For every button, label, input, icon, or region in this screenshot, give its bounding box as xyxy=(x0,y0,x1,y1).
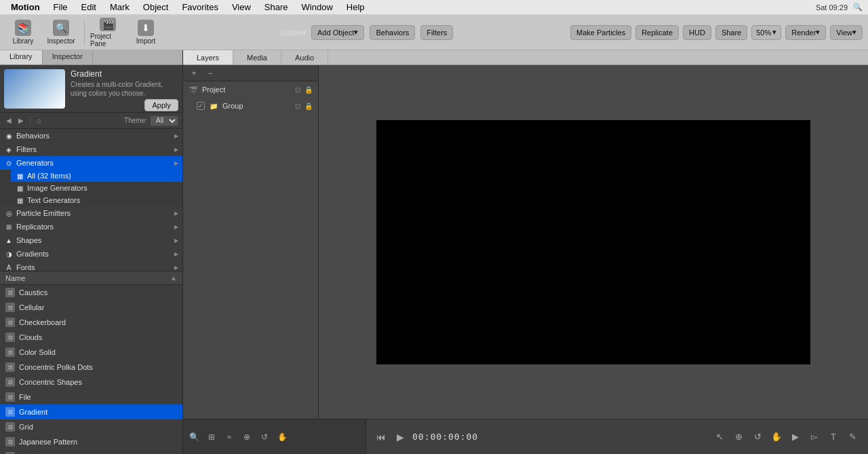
menu-favorites[interactable]: Favorites xyxy=(176,1,223,14)
pan-tool[interactable]: ✋ xyxy=(769,430,784,444)
nav-back[interactable]: ◀ xyxy=(4,116,14,126)
project-icon: 🎬 xyxy=(189,85,198,94)
file-icon: ⊡ xyxy=(5,392,15,402)
list-item-cellular[interactable]: ⊡ Cellular xyxy=(0,300,182,315)
list-item-clouds[interactable]: ⊡ Clouds xyxy=(0,330,182,345)
list-item-japanese-pattern[interactable]: ⊡ Japanese Pattern xyxy=(0,434,182,449)
shapes-label: Shapes xyxy=(16,236,172,244)
crop-tool[interactable]: ↺ xyxy=(750,430,765,444)
tab-inspector[interactable]: Inspector xyxy=(43,50,93,64)
group-action[interactable]: ⊡ xyxy=(295,102,300,110)
select-tool[interactable]: ↖ xyxy=(712,430,727,444)
text-tool[interactable]: T xyxy=(826,430,841,444)
category-replicators[interactable]: ⊞ Replicators ▶ xyxy=(0,220,182,233)
items-header-collapse[interactable]: ▲ xyxy=(170,274,177,282)
list-item-checkerboard[interactable]: ⊡ Checkerboard xyxy=(0,315,182,330)
replicate-button[interactable]: Replicate xyxy=(635,25,679,40)
image-gen-icon: ▦ xyxy=(15,183,24,193)
menu-view[interactable]: View xyxy=(226,1,256,14)
share-button[interactable]: Share xyxy=(715,25,747,40)
timeline-search[interactable]: 🔍 xyxy=(187,430,201,444)
category-behaviors[interactable]: ◉ Behaviors ▶ xyxy=(0,129,182,143)
group-checkbox[interactable]: ✓ xyxy=(197,102,205,110)
menu-window[interactable]: Window xyxy=(296,1,338,14)
play-button[interactable]: ▶ xyxy=(393,430,407,444)
subcategory-all-item[interactable]: ▦ All (32 Items) xyxy=(11,170,182,182)
project-lock[interactable]: 🔒 xyxy=(304,86,313,94)
timeline-wave[interactable]: ≈ xyxy=(222,430,236,444)
paint-tool[interactable]: ✎ xyxy=(845,430,860,444)
subcategory-text-generators[interactable]: ▦ Text Generators xyxy=(11,194,182,206)
menu-edit[interactable]: Edit xyxy=(76,1,102,14)
list-item-color-solid[interactable]: ⊡ Color Solid xyxy=(0,345,182,360)
delete-layer-button[interactable]: − xyxy=(203,67,217,80)
menubar: Motion File Edit Mark Object Favorites V… xyxy=(0,0,868,15)
tab-layers[interactable]: Layers xyxy=(183,50,233,64)
tab-media[interactable]: Media xyxy=(233,50,281,64)
list-item-file[interactable]: ⊡ File xyxy=(0,390,182,404)
document-title: Untitled xyxy=(281,29,306,37)
timeline-add[interactable]: ⊕ xyxy=(240,430,254,444)
view-button[interactable]: View ▾ xyxy=(830,25,863,40)
library-button[interactable]: 📚 Library xyxy=(5,18,41,48)
tab-library[interactable]: Library xyxy=(0,50,43,64)
menu-share[interactable]: Share xyxy=(259,1,294,14)
items-header-label: Name xyxy=(5,274,170,282)
list-item-gradient[interactable]: ⊡ Gradient xyxy=(0,404,182,419)
category-filters[interactable]: ◈ Filters ▶ xyxy=(0,143,182,156)
menu-object[interactable]: Object xyxy=(138,1,174,14)
layers-group[interactable]: ✓ 📁 Group ⊡ 🔒 xyxy=(183,98,318,114)
canvas[interactable] xyxy=(376,120,810,364)
menu-file[interactable]: File xyxy=(48,1,73,14)
add-object-button[interactable]: Add Object ▾ xyxy=(311,25,364,40)
pen-tool[interactable]: ▶ xyxy=(788,430,803,444)
list-item-grid[interactable]: ⊡ Grid xyxy=(0,419,182,434)
transport-bar: ⏮ ▶ 00:00:00:00 xyxy=(366,419,704,454)
layers-project[interactable]: 🎬 Project ⊡ 🔒 xyxy=(183,81,318,98)
list-item-lens-flare[interactable]: ⊡ Lens Flare xyxy=(0,449,182,454)
import-button[interactable]: ⬇ Import xyxy=(128,18,163,48)
list-item-concentric-polka-dots[interactable]: ⊡ Concentric Polka Dots xyxy=(0,360,182,375)
menu-help[interactable]: Help xyxy=(341,1,370,14)
project-pane-button[interactable]: 🎬 Project Pane xyxy=(90,18,125,48)
nav-forward[interactable]: ▶ xyxy=(16,116,26,126)
tab-audio[interactable]: Audio xyxy=(281,50,328,64)
list-item-caustics[interactable]: ⊡ Caustics xyxy=(0,285,182,300)
items-list: ⊡ Caustics ⊡ Cellular ⊡ Checkerboard ⊡ C… xyxy=(0,285,182,454)
category-gradients[interactable]: ◑ Gradients ▶ xyxy=(0,247,182,261)
project-action[interactable]: ⊡ xyxy=(295,86,300,94)
menu-mark[interactable]: Mark xyxy=(104,1,135,14)
add-layer-button[interactable]: + xyxy=(187,67,201,80)
theme-select[interactable]: All xyxy=(150,115,178,126)
behaviors-button[interactable]: Behaviors xyxy=(370,25,415,40)
text-gen-label: Text Generators xyxy=(27,196,178,204)
toolbar: 📚 Library 🔍 Inspector 🎬 Project Pane ⬇ I… xyxy=(0,15,868,50)
go-to-start[interactable]: ⏮ xyxy=(374,430,388,444)
menu-motion[interactable]: Motion xyxy=(5,1,45,14)
theme-label: Theme: xyxy=(124,117,147,124)
category-shapes[interactable]: ▲ Shapes ▶ xyxy=(0,233,182,247)
category-fonts[interactable]: A Fonts ▶ xyxy=(0,261,182,271)
zoom-control[interactable]: 50% ▾ xyxy=(751,25,781,40)
filters-button[interactable]: Filters xyxy=(420,25,453,40)
fonts-label: Fonts xyxy=(16,263,172,271)
timeline-rotate[interactable]: ↺ xyxy=(258,430,271,444)
category-particle-emitters[interactable]: ◎ Particle Emitters ▶ xyxy=(0,206,182,220)
make-particles-button[interactable]: Make Particles xyxy=(570,25,631,40)
subcategory-image-generators[interactable]: ▦ Image Generators xyxy=(11,182,182,194)
preview-description: Creates a multi-color Gradient, using co… xyxy=(71,80,178,98)
category-generators[interactable]: ⊙ Generators ▶ xyxy=(0,156,182,170)
timeline-grid[interactable]: ⊞ xyxy=(205,430,218,444)
list-item-concentric-shapes[interactable]: ⊡ Concentric Shapes xyxy=(0,375,182,390)
nav-home[interactable]: ⌂ xyxy=(35,116,44,126)
hud-button[interactable]: HUD xyxy=(683,25,711,40)
render-button[interactable]: Render ▾ xyxy=(785,25,826,40)
apply-button[interactable]: Apply xyxy=(144,99,178,111)
grid-label: Grid xyxy=(19,423,33,431)
group-lock[interactable]: 🔒 xyxy=(304,102,313,110)
search-icon[interactable]: 🔍 xyxy=(853,3,863,12)
inspector-button[interactable]: 🔍 Inspector xyxy=(43,18,79,48)
timeline-hand[interactable]: ✋ xyxy=(275,430,289,444)
bezier-tool[interactable]: ▻ xyxy=(807,430,822,444)
transform-tool[interactable]: ⊕ xyxy=(731,430,746,444)
